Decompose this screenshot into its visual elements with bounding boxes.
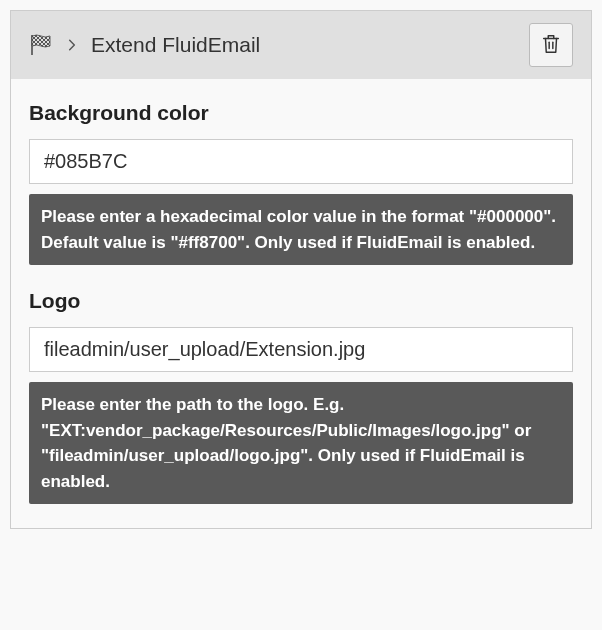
- field-background-color: Background color Please enter a hexadeci…: [29, 101, 573, 265]
- flag-icon: [29, 33, 53, 57]
- field-logo: Logo Please enter the path to the logo. …: [29, 289, 573, 504]
- breadcrumb-title: Extend FluidEmail: [91, 33, 260, 57]
- panel-body: Background color Please enter a hexadeci…: [11, 79, 591, 528]
- delete-button[interactable]: [529, 23, 573, 67]
- breadcrumb: Extend FluidEmail: [29, 33, 260, 57]
- panel-header: Extend FluidEmail: [11, 11, 591, 79]
- chevron-right-icon: [65, 34, 79, 57]
- background-color-input[interactable]: [29, 139, 573, 184]
- logo-input[interactable]: [29, 327, 573, 372]
- settings-panel: Extend FluidEmail Background color Pleas…: [10, 10, 592, 529]
- trash-icon: [540, 33, 562, 58]
- background-color-label: Background color: [29, 101, 573, 125]
- logo-label: Logo: [29, 289, 573, 313]
- background-color-hint: Please enter a hexadecimal color value i…: [29, 194, 573, 265]
- logo-hint: Please enter the path to the logo. E.g. …: [29, 382, 573, 504]
